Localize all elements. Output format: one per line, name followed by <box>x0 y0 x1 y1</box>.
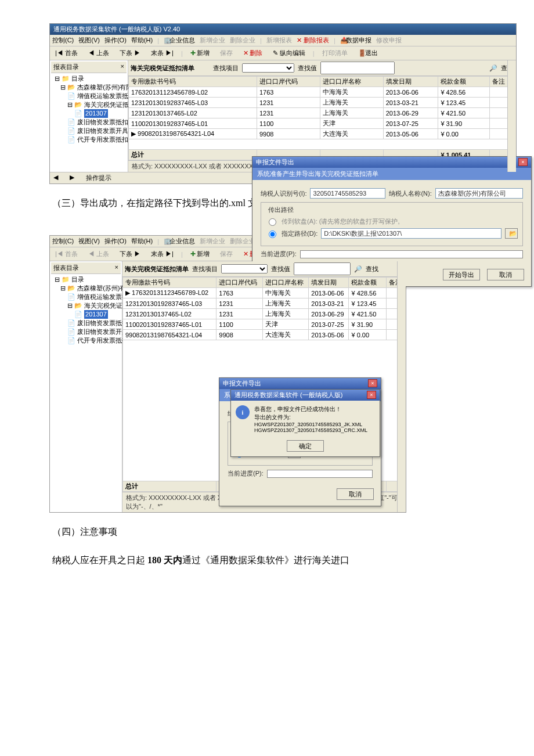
cancel-button[interactable]: 取消 <box>337 488 374 500</box>
first-button[interactable]: |◀ 首条 <box>52 249 81 260</box>
taxpayer-id-label: 纳税人识别号(I): <box>261 189 306 198</box>
search-item-select[interactable] <box>242 63 294 73</box>
search-value-input[interactable] <box>320 62 395 74</box>
col-header[interactable]: 进口口岸名称 <box>262 278 308 288</box>
next-button[interactable]: 下条 ▶ <box>117 48 143 59</box>
tree-item[interactable]: 📄 代开专用发票抵扣清单 <box>55 135 125 144</box>
save-button[interactable]: 保存 <box>217 48 236 59</box>
table-row[interactable]: 123120130137465-L021231上海海关2013-06-29¥ 4… <box>123 309 406 319</box>
col-header[interactable]: 填发日期 <box>383 77 438 87</box>
tree-item[interactable]: 📄 废旧物资发票开具清单 <box>55 127 125 135</box>
tree-root[interactable]: ⊟ 📁 目录 <box>55 74 125 83</box>
search-value-input[interactable] <box>294 262 351 275</box>
dialog-subtitle: 系统准备产生并导出海关完税凭证抵扣清单 <box>252 168 531 180</box>
table-row[interactable]: ▶ 176320131123456789-L021763中海海关2013-06-… <box>123 288 406 298</box>
tree-item-selected[interactable]: 📄 201307 <box>55 109 125 118</box>
find-button[interactable]: 查找 <box>366 265 378 273</box>
tree-root[interactable]: ⊟ 📁 目录 <box>55 275 120 284</box>
table-row[interactable]: 123120130192837465-L031231上海海关2013-03-21… <box>123 298 406 309</box>
tree-company[interactable]: ⊟ 📂 杰森橡塑(苏州)有限公司 <box>55 83 125 92</box>
delete-row-button[interactable]: ✕ 删除 <box>240 48 265 59</box>
col-header[interactable]: 进口口岸名称 <box>320 77 383 87</box>
menu-help[interactable]: 帮助(H) <box>131 36 153 45</box>
menu-view[interactable]: 视图(V) <box>78 36 100 45</box>
table-row[interactable]: ▶ 990820131987654321-L049908大连海关2013-05-… <box>129 129 516 139</box>
tree-item-selected[interactable]: 📄 201307 <box>55 310 120 319</box>
table-row[interactable]: 123120130137465-L021231上海海关2013-06-29¥ 4… <box>129 108 516 118</box>
ent-info-button[interactable]: 🏢企业信息 <box>164 36 195 45</box>
window-titlebar: 通用税务数据采集软件 (一般纳税人版) V2.40 <box>50 24 516 35</box>
floppy-radio[interactable] <box>269 218 276 226</box>
menu-view[interactable]: 视图(V) <box>78 237 100 246</box>
add-row-button[interactable]: ✚新增 <box>187 249 212 260</box>
tree-company[interactable]: ⊟ 📂 杰森橡塑(苏州)有限公司 <box>55 284 120 293</box>
taxpayer-name-field[interactable]: 杰森橡塑(苏州)有限公司 <box>435 188 523 199</box>
cancel-button[interactable]: 取消 <box>487 269 524 280</box>
table-row[interactable]: 990820131987654321-L049908大连海关2013-05-06… <box>123 330 406 340</box>
col-header[interactable]: 税款金额 <box>438 77 490 87</box>
next-button[interactable]: 下条 ▶ <box>117 249 143 260</box>
tree-item[interactable]: 📄 增值税运输发票抵扣清单 <box>55 293 120 301</box>
prev-button[interactable]: ◀ 上条 <box>85 249 112 260</box>
vertical-scrollbar[interactable] <box>397 261 406 512</box>
first-button[interactable]: |◀ 首条 <box>52 48 81 59</box>
grid-title: 海关完税凭证抵扣清单 <box>131 64 194 73</box>
add-ent-button[interactable]: 新增企业 <box>200 237 225 246</box>
menu-operate[interactable]: 操作(O) <box>104 237 127 246</box>
search-item-label: 查找项目 <box>192 265 218 273</box>
col-edit-button[interactable]: ✎纵向编辑 <box>270 48 308 59</box>
print-button[interactable]: 打印清单 <box>319 48 351 59</box>
menu-operate[interactable]: 操作(O) <box>104 36 127 45</box>
last-button[interactable]: 末条 ▶| <box>148 249 176 260</box>
table-row[interactable]: 110020130192837465-L011100天津2013-07-25¥ … <box>129 118 516 129</box>
ent-info-button[interactable]: 🏢企业信息 <box>164 237 195 246</box>
screenshot-2: 控制(C) 视图(V) 操作(O) 帮助(H) | 🏢企业信息 新增企业 删除企… <box>49 235 406 513</box>
col-header[interactable]: 专用缴款书号码 <box>129 77 257 87</box>
tree-item[interactable]: 📄 废旧物资发票开具清单 <box>55 327 120 336</box>
status-tip: 操作提示 <box>86 174 111 182</box>
table-row[interactable]: 110020130192837465-L011100天津2013-07-25¥ … <box>123 319 406 330</box>
del-ent-button[interactable]: 删除企业 <box>230 36 255 45</box>
dialog-title: 申报文件导出 <box>223 379 261 388</box>
msgbox-close[interactable]: × <box>367 391 376 399</box>
col-header[interactable]: 进口口岸代码 <box>217 278 262 288</box>
col-header[interactable]: 进口口岸代码 <box>257 77 320 87</box>
mod-submit-button[interactable]: 修改申报 <box>376 36 402 45</box>
tree-item[interactable]: 📄 废旧物资发票抵扣清单 <box>55 319 120 327</box>
sidebar-close[interactable]: × <box>115 264 118 272</box>
col-header[interactable]: 税款金额 <box>349 278 387 288</box>
del-rpt-button[interactable]: ✕ 删除报表 <box>297 36 329 45</box>
tree-item[interactable]: 📄 增值税运输发票抵扣清单 <box>55 92 125 100</box>
tree-item[interactable]: 📄 废旧物资发票抵扣清单 <box>55 118 125 127</box>
data-submit-button[interactable]: 📤数据申报 <box>340 36 371 45</box>
col-header[interactable]: 填发日期 <box>309 278 349 288</box>
tree-item[interactable]: 📄 代开专用发票抵扣清单 <box>55 336 120 345</box>
menu-help[interactable]: 帮助(H) <box>131 237 153 246</box>
path-radio[interactable] <box>269 231 276 238</box>
search-item-select[interactable] <box>221 264 268 273</box>
dialog-close[interactable]: × <box>368 379 377 387</box>
output-legend: 传出路径 <box>266 206 296 214</box>
menu-control[interactable]: 控制(C) <box>52 36 74 45</box>
tree-item[interactable]: ⊟ 📂 海关完税凭证抵扣清单 <box>55 301 120 310</box>
save-button[interactable]: 保存 <box>217 249 236 260</box>
exit-button[interactable]: 🚪退出 <box>355 48 381 59</box>
browse-button[interactable]: 📂 <box>505 228 518 239</box>
start-export-button[interactable]: 开始导出 <box>443 269 480 280</box>
add-row-button[interactable]: ✚新增 <box>187 48 212 59</box>
taxpayer-id-field[interactable]: 320501745585293 <box>310 188 385 199</box>
last-button[interactable]: 末条 ▶| <box>148 48 176 59</box>
prev-button[interactable]: ◀ 上条 <box>85 48 112 59</box>
table-row[interactable]: 123120130192837465-L031231上海海关2013-03-21… <box>129 98 516 108</box>
dialog-close[interactable]: × <box>518 158 528 166</box>
add-ent-button[interactable]: 新增企业 <box>200 36 225 45</box>
table-row[interactable]: 176320131123456789-L021763中海海关2013-06-06… <box>129 87 516 98</box>
vertical-scrollbar[interactable] <box>507 60 516 172</box>
ok-button[interactable]: 确定 <box>287 440 324 452</box>
tree-item[interactable]: ⊟ 📂 海关完税凭证抵扣清单 <box>55 100 125 109</box>
path-field[interactable]: D:\DKSK\数据上报\201307\ <box>321 228 501 239</box>
sidebar-close[interactable]: × <box>121 63 124 71</box>
col-header[interactable]: 专用缴款书号码 <box>123 278 217 288</box>
menu-control[interactable]: 控制(C) <box>52 237 74 246</box>
add-rpt-button[interactable]: 新增报表 <box>266 36 292 45</box>
